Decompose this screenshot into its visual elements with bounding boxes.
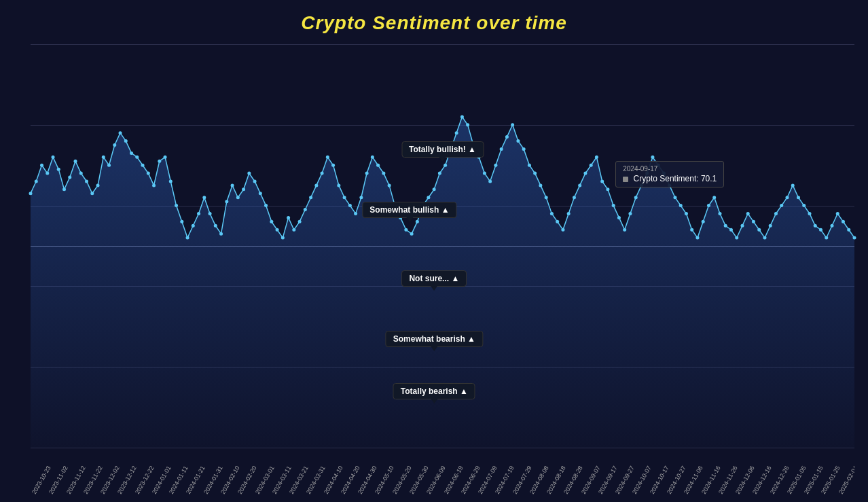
svg-point-87: [516, 139, 520, 143]
svg-point-121: [707, 204, 710, 207]
svg-point-86: [511, 123, 514, 126]
svg-point-144: [836, 212, 839, 215]
svg-point-67: [404, 228, 408, 232]
svg-point-104: [612, 204, 615, 207]
svg-point-23: [158, 160, 161, 163]
chart-area: Totally bullish! ▲ Somewhat bullish ▲ No…: [31, 44, 854, 448]
svg-point-89: [528, 164, 531, 167]
svg-point-143: [830, 224, 833, 228]
svg-point-99: [583, 172, 587, 175]
svg-point-124: [724, 224, 727, 228]
svg-point-115: [673, 196, 676, 199]
svg-point-110: [645, 172, 649, 175]
svg-point-103: [606, 187, 609, 191]
svg-point-107: [628, 212, 632, 215]
svg-point-81: [483, 172, 486, 175]
svg-point-29: [192, 224, 195, 228]
svg-point-18: [130, 151, 133, 155]
svg-point-137: [797, 196, 800, 199]
svg-point-145: [842, 220, 845, 223]
svg-point-105: [617, 216, 621, 219]
svg-point-37: [236, 196, 240, 199]
svg-point-108: [634, 196, 638, 199]
svg-point-56: [343, 196, 346, 199]
svg-point-78: [466, 123, 469, 126]
svg-point-31: [202, 196, 206, 199]
svg-point-134: [780, 204, 783, 207]
svg-point-34: [219, 232, 223, 236]
svg-point-114: [668, 183, 671, 187]
svg-point-26: [175, 204, 178, 207]
svg-point-102: [600, 179, 604, 183]
svg-point-2: [40, 164, 43, 167]
svg-point-4: [52, 156, 55, 159]
svg-point-136: [791, 183, 795, 187]
svg-point-27: [180, 220, 183, 223]
svg-point-6: [62, 187, 66, 191]
svg-point-53: [326, 156, 329, 159]
svg-point-126: [735, 236, 738, 240]
svg-point-111: [651, 156, 654, 159]
svg-point-132: [769, 224, 772, 228]
svg-point-5: [57, 168, 60, 171]
svg-point-48: [298, 220, 302, 223]
svg-point-51: [314, 183, 318, 187]
svg-point-12: [96, 183, 100, 187]
annotation-somewhat-bearish: Somewhat bearish ▲: [386, 331, 483, 347]
svg-point-100: [590, 164, 593, 167]
svg-point-117: [685, 212, 688, 215]
svg-point-73: [438, 172, 441, 175]
svg-point-32: [209, 212, 212, 215]
x-axis: 2023-10-232023-11-022023-11-122023-11-22…: [31, 448, 854, 502]
svg-point-93: [550, 212, 554, 215]
svg-point-35: [225, 200, 228, 203]
svg-point-9: [79, 172, 83, 175]
svg-point-139: [808, 212, 811, 215]
svg-point-128: [746, 212, 750, 215]
svg-point-138: [802, 204, 806, 207]
svg-point-84: [500, 147, 503, 151]
svg-point-46: [287, 216, 290, 219]
svg-point-41: [259, 192, 262, 195]
svg-point-1: [35, 179, 38, 183]
svg-point-20: [141, 164, 145, 167]
svg-point-141: [819, 228, 822, 232]
svg-point-130: [757, 228, 761, 232]
svg-point-90: [533, 172, 537, 175]
svg-point-15: [113, 143, 116, 147]
svg-point-40: [253, 179, 257, 183]
svg-point-47: [292, 228, 295, 232]
svg-point-49: [304, 208, 307, 211]
svg-point-64: [388, 183, 391, 187]
svg-point-28: [186, 236, 189, 240]
svg-point-17: [124, 139, 128, 143]
annotation-not-sure: Not sure... ▲: [401, 270, 467, 287]
svg-point-55: [337, 183, 340, 187]
svg-point-60: [365, 172, 369, 175]
svg-point-8: [74, 160, 77, 163]
svg-point-146: [847, 228, 850, 232]
svg-point-11: [90, 192, 94, 195]
svg-point-125: [729, 228, 733, 232]
svg-point-59: [359, 196, 363, 199]
svg-point-95: [561, 228, 564, 232]
svg-point-133: [774, 212, 778, 215]
svg-point-22: [152, 183, 156, 187]
svg-point-16: [119, 131, 122, 135]
svg-point-129: [752, 220, 755, 223]
svg-point-123: [718, 212, 721, 215]
annotation-totally-bearish: Totally bearish ▲: [393, 383, 475, 399]
svg-point-52: [321, 172, 324, 175]
svg-point-57: [348, 204, 352, 207]
svg-point-98: [578, 183, 581, 187]
svg-point-118: [690, 228, 693, 232]
svg-point-21: [147, 172, 150, 175]
svg-point-109: [640, 183, 643, 187]
svg-point-127: [740, 224, 744, 228]
annotation-totally-bullish: Totally bullish! ▲: [401, 141, 484, 158]
svg-point-33: [214, 224, 217, 228]
svg-point-96: [567, 212, 571, 215]
svg-point-44: [276, 228, 279, 232]
svg-point-69: [416, 220, 419, 223]
svg-point-91: [539, 183, 542, 187]
